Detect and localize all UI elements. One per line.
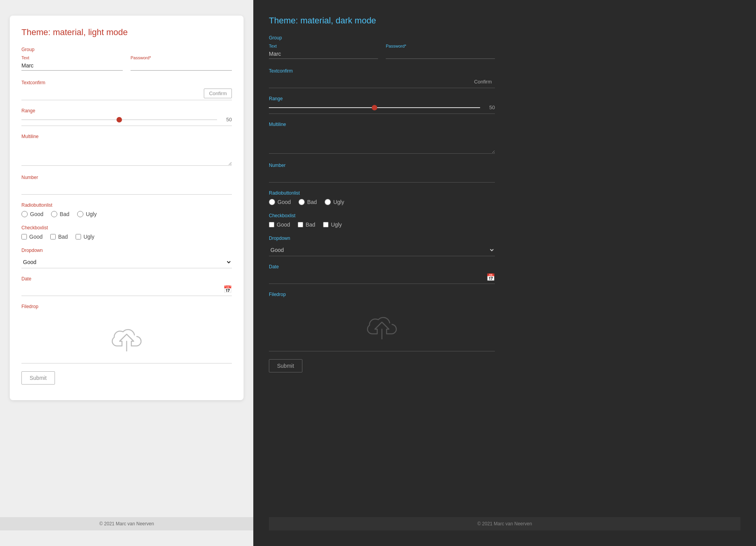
dark-confirm-button[interactable]: Confirm (471, 77, 495, 86)
light-password-field: Password* (131, 55, 232, 71)
dark-upload-icon (366, 312, 397, 339)
dark-checkbox-good-input[interactable] (269, 222, 274, 227)
light-theme-title: Theme: material, light mode (21, 27, 232, 37)
light-number-row (21, 183, 232, 195)
light-checkbox-good-input[interactable] (21, 234, 27, 239)
light-text-label: Text (21, 55, 123, 60)
dark-checkbox-ugly-input[interactable] (323, 222, 329, 227)
dark-footer: © 2021 Marc van Neerven (269, 517, 740, 530)
light-radio-bad[interactable]: Bad (51, 211, 69, 217)
light-radio-label: Radiobuttonlist (21, 202, 232, 208)
light-password-label: Password* (131, 55, 232, 60)
dark-date-row: 📅 (269, 273, 495, 284)
dark-checkbox-ugly[interactable]: Ugly (323, 222, 342, 228)
light-panel: Theme: material, light mode Group Text P… (0, 0, 253, 546)
dark-asterisk: * (404, 44, 406, 48)
light-dropdown-label: Dropdown (21, 248, 232, 253)
light-textconfirm-row: Confirm (21, 89, 232, 100)
light-group-row: Text Password* (21, 55, 232, 71)
dark-checkbox-bad[interactable]: Bad (298, 222, 315, 228)
light-radio-good-input[interactable] (21, 211, 28, 217)
dark-multiline-input[interactable] (269, 130, 495, 154)
dark-range-label: Range (269, 96, 495, 101)
dark-password-label: Password* (386, 44, 495, 48)
dark-filedrop-label: Filedrop (269, 292, 495, 297)
dark-footer-text: © 2021 Marc van Neerven (477, 521, 532, 526)
light-radio-good[interactable]: Good (21, 211, 43, 217)
light-footer-text: © 2021 Marc van Neerven (99, 521, 154, 526)
dark-checkbox-label: Checkboxlist (269, 213, 495, 218)
dark-theme-title: Theme: material, dark mode (269, 16, 495, 26)
light-text-input[interactable] (21, 61, 123, 71)
light-checkbox-bad[interactable]: Bad (50, 234, 68, 240)
light-radio-bad-input[interactable] (51, 211, 57, 217)
light-radio-group: Good Bad Ugly (21, 211, 232, 217)
light-filedrop-area[interactable] (21, 312, 232, 363)
dark-radio-good-input[interactable] (269, 199, 275, 205)
light-asterisk: * (149, 55, 151, 60)
light-filedrop-label: Filedrop (21, 304, 232, 309)
dark-date-label: Date (269, 264, 495, 269)
dark-radio-ugly-input[interactable] (325, 199, 331, 205)
light-password-input[interactable] (131, 61, 232, 71)
dark-number-label: Number (269, 163, 495, 168)
dark-text-input[interactable] (269, 49, 378, 59)
light-radio-ugly[interactable]: Ugly (77, 211, 97, 217)
light-upload-icon (111, 324, 142, 351)
dark-dropdown-select[interactable]: Good Bad Ugly (269, 244, 495, 256)
light-submit-button[interactable]: Submit (21, 371, 55, 385)
light-card: Theme: material, light mode Group Text P… (10, 16, 244, 400)
dark-date-input[interactable] (269, 273, 486, 282)
dark-text-field: Text (269, 44, 378, 59)
dark-group-label: Group (269, 35, 495, 41)
dark-calendar-icon[interactable]: 📅 (486, 273, 495, 282)
dark-text-label: Text (269, 44, 378, 48)
light-checkbox-bad-input[interactable] (50, 234, 56, 239)
dark-card: Theme: material, dark mode Group Text Pa… (269, 16, 495, 372)
dark-password-field: Password* (386, 44, 495, 59)
light-number-input[interactable] (21, 183, 232, 193)
light-textconfirm-label: Textconfirm (21, 80, 232, 85)
light-dropdown-select[interactable]: Good Bad Ugly (21, 256, 232, 268)
light-radio-ugly-input[interactable] (77, 211, 83, 217)
dark-number-row (269, 171, 495, 183)
dark-radio-label: Radiobuttonlist (269, 190, 495, 196)
dark-radio-bad[interactable]: Bad (299, 199, 317, 205)
dark-range-row: 50 (269, 105, 495, 110)
light-range-section: Range 50 (21, 108, 232, 126)
light-footer: © 2021 Marc van Neerven (0, 517, 253, 530)
dark-range-value: 50 (483, 105, 495, 110)
light-confirm-button[interactable]: Confirm (204, 89, 232, 98)
light-multiline-input[interactable] (21, 142, 232, 166)
light-number-label: Number (21, 175, 232, 180)
light-textconfirm-input[interactable] (21, 89, 204, 98)
dark-checkbox-good[interactable]: Good (269, 222, 290, 228)
light-date-label: Date (21, 276, 232, 282)
light-calendar-icon[interactable]: 📅 (223, 285, 232, 294)
dark-range-input[interactable] (269, 107, 480, 108)
light-checkbox-label: Checkboxlist (21, 225, 232, 230)
dark-radio-bad-input[interactable] (299, 199, 305, 205)
dark-number-input[interactable] (269, 171, 495, 181)
light-range-input[interactable] (21, 119, 217, 120)
light-date-input[interactable] (21, 285, 223, 294)
light-checkbox-good[interactable]: Good (21, 234, 42, 240)
dark-textconfirm-row: Confirm (269, 77, 495, 88)
light-checkbox-ugly[interactable]: Ugly (76, 234, 94, 240)
dark-password-input[interactable] (386, 49, 495, 59)
dark-checkbox-bad-input[interactable] (298, 222, 303, 227)
dark-radio-good[interactable]: Good (269, 199, 291, 205)
dark-radio-ugly[interactable]: Ugly (325, 199, 344, 205)
light-multiline-section: Multiline (21, 134, 232, 167)
dark-dropdown-label: Dropdown (269, 236, 495, 241)
dark-group-row: Text Password* (269, 44, 495, 59)
light-dropdown-section: Good Bad Ugly (21, 256, 232, 268)
light-checkbox-ugly-input[interactable] (76, 234, 81, 239)
dark-range-section: Range 50 (269, 96, 495, 114)
light-range-value: 50 (220, 117, 232, 122)
dark-textconfirm-input[interactable] (269, 77, 471, 86)
dark-dropdown-section: Good Bad Ugly (269, 244, 495, 256)
dark-submit-button[interactable]: Submit (269, 359, 302, 372)
dark-filedrop-area[interactable] (269, 300, 495, 351)
dark-multiline-section: Multiline (269, 122, 495, 155)
